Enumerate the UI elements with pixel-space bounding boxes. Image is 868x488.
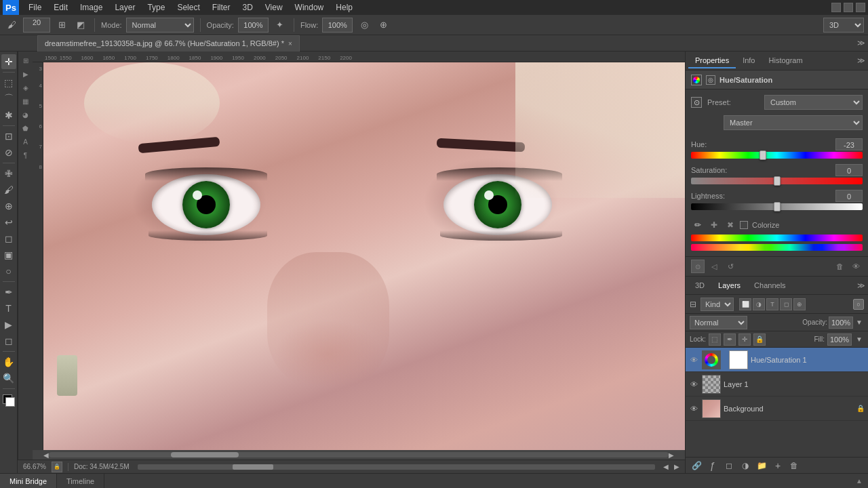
- adjustment-mask-btn[interactable]: ◎: [706, 75, 715, 85]
- edit-hue-remove-btn[interactable]: ✖: [724, 218, 737, 232]
- opacity-input[interactable]: [238, 18, 269, 33]
- lock-paint-btn[interactable]: ✒: [724, 333, 736, 346]
- edit-hue-add-btn[interactable]: ✚: [707, 218, 721, 232]
- scroll-right-btn[interactable]: ▶: [669, 451, 674, 459]
- fill-value-input[interactable]: [827, 333, 852, 346]
- lock-move-btn[interactable]: ✛: [738, 333, 751, 346]
- hue-track[interactable]: [691, 152, 863, 160]
- filter-shape-btn[interactable]: ◻: [780, 298, 792, 310]
- layer-visibility-hue-sat[interactable]: 👁: [688, 354, 699, 365]
- filter-adjust-btn[interactable]: ◑: [753, 298, 765, 310]
- swatches-icon[interactable]: ▦: [20, 95, 32, 107]
- delete-btn[interactable]: 🗑: [833, 260, 846, 273]
- preset-icon-btn[interactable]: ⊙: [691, 97, 702, 108]
- opacity-arrow-btn[interactable]: ▼: [854, 318, 864, 327]
- layer-row-hue-saturation[interactable]: 👁 Hue/Saturation 1: [686, 348, 868, 372]
- filter-toggle-btn[interactable]: ○: [853, 299, 864, 310]
- history-icon[interactable]: ⊞: [20, 54, 32, 66]
- panel-collapse-btn[interactable]: ≫: [857, 39, 865, 47]
- path-select-tool[interactable]: ▶: [1, 317, 16, 332]
- gradient-tool[interactable]: ▣: [1, 247, 16, 262]
- background-color[interactable]: [5, 397, 15, 407]
- layer-row-background[interactable]: 👁 Background 🔒: [686, 396, 868, 421]
- h-scrollbar-track[interactable]: [49, 452, 669, 458]
- zoom-lock-btn[interactable]: 🔒: [52, 462, 62, 472]
- clip-to-layer-btn[interactable]: ⊙: [691, 260, 705, 273]
- canvas-area[interactable]: [43, 62, 685, 450]
- tab-info[interactable]: Info: [736, 54, 762, 68]
- color-icon[interactable]: ◈: [20, 81, 32, 94]
- menu-image[interactable]: Image: [75, 1, 108, 14]
- properties-collapse-btn[interactable]: ≫: [857, 56, 865, 65]
- menu-file[interactable]: File: [23, 1, 47, 14]
- visibility-btn[interactable]: 👁: [849, 260, 863, 273]
- brush-tool[interactable]: 🖌: [1, 182, 16, 197]
- bottom-bar-expand-btn[interactable]: ▲: [856, 477, 868, 485]
- selection-tool[interactable]: ⬚: [1, 75, 16, 90]
- dodge-tool[interactable]: ○: [1, 264, 16, 279]
- close-btn[interactable]: [856, 3, 865, 12]
- lightness-thumb[interactable]: [774, 202, 781, 211]
- colorize-checkbox[interactable]: [740, 221, 748, 229]
- styles-icon[interactable]: ⬟: [20, 122, 32, 134]
- scroll-to-end-btn[interactable]: ▶: [674, 463, 679, 470]
- workspace-select[interactable]: 3D: [823, 18, 864, 33]
- reset-btn[interactable]: ↺: [724, 260, 737, 273]
- paragraph-icon[interactable]: ¶: [20, 149, 32, 161]
- menu-help[interactable]: Help: [330, 1, 358, 14]
- lasso-tool[interactable]: ⌒: [1, 92, 16, 106]
- add-layer-btn[interactable]: +: [771, 459, 785, 472]
- color-swatch[interactable]: [3, 394, 15, 407]
- layer-visibility-layer1[interactable]: 👁: [688, 379, 699, 390]
- hue-value[interactable]: -23: [835, 138, 863, 150]
- brush-mode-icon[interactable]: ◩: [73, 18, 88, 33]
- angle-icon[interactable]: ⊕: [376, 18, 391, 33]
- brush-size-input[interactable]: 20: [23, 18, 50, 33]
- tab-3d[interactable]: 3D: [688, 279, 711, 292]
- fill-arrow-btn[interactable]: ▼: [854, 335, 864, 344]
- airbrush-icon[interactable]: ✦: [273, 18, 288, 33]
- adjustments-icon[interactable]: ◕: [20, 108, 32, 121]
- maximize-btn[interactable]: [844, 3, 853, 12]
- actions-icon[interactable]: ▶: [20, 68, 32, 80]
- menu-edit[interactable]: Edit: [48, 1, 73, 14]
- filter-icon[interactable]: ⊟: [690, 300, 696, 309]
- heal-tool[interactable]: ✙: [1, 166, 16, 181]
- hand-tool[interactable]: ✋: [1, 354, 16, 369]
- smoothing-icon[interactable]: ◎: [357, 18, 372, 33]
- brush-tool-icon[interactable]: 🖌: [4, 18, 19, 33]
- canvas-h-scrollbar[interactable]: ◀ ▶: [33, 450, 685, 460]
- prev-state-btn[interactable]: ◁: [707, 260, 721, 273]
- character-icon[interactable]: A: [20, 136, 32, 148]
- tab-properties[interactable]: Properties: [688, 54, 736, 68]
- layers-blend-mode-select[interactable]: Normal Multiply: [690, 316, 747, 329]
- brush-preset-icon[interactable]: ⊞: [54, 18, 69, 33]
- blend-mode-select[interactable]: Normal Multiply Screen: [126, 18, 194, 33]
- filter-smart-btn[interactable]: ⊕: [793, 298, 806, 310]
- lightness-track[interactable]: [691, 203, 863, 211]
- layer-visibility-bg[interactable]: 👁: [688, 403, 699, 414]
- zoom-tool[interactable]: 🔍: [1, 371, 16, 386]
- add-mask-btn[interactable]: ◻: [722, 459, 736, 472]
- saturation-thumb[interactable]: [774, 176, 781, 186]
- history-brush-tool[interactable]: ↩: [1, 215, 16, 230]
- scroll-to-start-btn[interactable]: ◀: [663, 463, 669, 470]
- bottom-tab-mini-bridge[interactable]: Mini Bridge: [0, 474, 57, 489]
- tab-histogram[interactable]: Histogram: [762, 54, 810, 68]
- quick-select-tool[interactable]: ✱: [1, 108, 16, 123]
- bottom-tab-timeline[interactable]: Timeline: [57, 474, 104, 489]
- document-tab[interactable]: dreamstimefree_19130358-a.jpg @ 66.7% (H…: [37, 35, 300, 52]
- menu-filter[interactable]: Filter: [207, 1, 236, 14]
- menu-3d[interactable]: 3D: [237, 1, 258, 14]
- minimize-btn[interactable]: [831, 3, 841, 12]
- scroll-left-btn[interactable]: ◀: [43, 451, 49, 459]
- type-tool[interactable]: T: [1, 301, 16, 316]
- link-layers-btn[interactable]: 🔗: [690, 459, 703, 472]
- lock-all-btn[interactable]: 🔒: [753, 333, 766, 346]
- shape-tool[interactable]: ◻: [1, 333, 16, 348]
- tab-layers[interactable]: Layers: [711, 279, 747, 292]
- layers-collapse-btn[interactable]: ≫: [857, 281, 865, 290]
- eyedropper-tool[interactable]: ⊘: [1, 145, 16, 160]
- preset-select[interactable]: Custom Default: [764, 95, 863, 110]
- lock-pixel-btn[interactable]: ⬚: [709, 333, 721, 346]
